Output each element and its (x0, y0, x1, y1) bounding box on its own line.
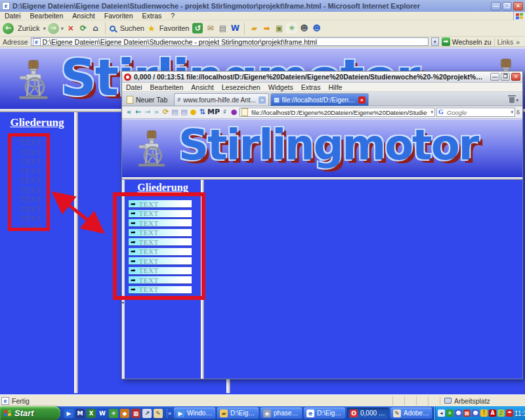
task-explorer-folder[interactable]: ▰ D:\Eigene D... (217, 408, 259, 419)
page-icon[interactable]: ▤ (171, 108, 179, 117)
splitter-arrow-icon[interactable]: ◂ (122, 300, 124, 305)
photoshop-icon[interactable]: ▦ (131, 409, 140, 418)
mail-icon[interactable]: ✉ (205, 23, 215, 33)
menu-item[interactable]: Widgets (264, 83, 297, 91)
fast-forward-icon[interactable]: » (152, 108, 161, 117)
address-dropdown-icon[interactable]: ▾ (430, 110, 433, 115)
back-icon[interactable]: ← (3, 23, 14, 34)
flower-icon[interactable]: ✳ (286, 23, 297, 33)
wig-icon[interactable]: ● (230, 108, 238, 117)
tab-close-icon[interactable]: × (358, 96, 366, 104)
show-desktop-icon[interactable]: ↗ (142, 409, 152, 418)
menu-item[interactable]: Extras (138, 12, 167, 20)
excel-icon[interactable]: X (87, 409, 96, 418)
status-pane (404, 396, 416, 406)
print-icon[interactable]: ▤ (217, 23, 228, 33)
hide-icons-chevron[interactable]: ◂ (438, 410, 445, 417)
windows-media-player-icon[interactable]: ▶ (64, 409, 74, 418)
forward-icon[interactable]: → (48, 23, 59, 34)
im2-icon[interactable]: ☻ (472, 410, 479, 417)
task-opera[interactable]: O 0,000 / 00:1... (347, 408, 388, 419)
notes-icon[interactable]: ♯ (220, 108, 229, 117)
minimize-button[interactable]: — (490, 73, 499, 81)
forward-icon[interactable]: → (143, 108, 152, 117)
security-shield-icon[interactable]: ! (480, 410, 488, 417)
task-photoshop[interactable]: ✎ Adobe Photo... (390, 408, 432, 419)
links-menu[interactable]: Links » (494, 38, 522, 46)
refresh-icon[interactable]: ⟳ (78, 23, 89, 33)
favorites-star-icon[interactable]: ★ (148, 24, 156, 33)
google-search-input[interactable] (446, 108, 509, 117)
maximize-button[interactable]: ❐ (501, 73, 510, 81)
rewind-icon[interactable]: « (125, 108, 133, 117)
pen-icon[interactable]: ✎ (154, 409, 163, 418)
back-icon[interactable]: ← (134, 108, 142, 117)
menu-item[interactable]: Ansicht (68, 12, 99, 20)
forward-dropdown-icon[interactable]: ▾ (61, 26, 64, 32)
antivir-icon[interactable]: ☂ (506, 410, 513, 417)
back-dropdown-icon[interactable]: ▾ (43, 26, 46, 32)
chat-bubble-icon[interactable]: ☻ (299, 23, 309, 33)
green-flower-icon[interactable]: ✳ (109, 409, 118, 418)
address-dropdown-icon[interactable]: ▾ (431, 37, 439, 46)
task-phase[interactable]: ◆ phase 5.3 (261, 408, 302, 419)
go-button[interactable]: ➡ Wechseln zu (442, 37, 492, 46)
taskbar: Start ▶MXW✳◆▦↗✎ » ▶ Windows Me... ▰ D:\E… (0, 406, 525, 420)
links-chevron-icon[interactable]: » (516, 38, 520, 46)
restore-button[interactable]: ❐ (502, 2, 512, 10)
word-edit-icon[interactable]: W (230, 23, 240, 33)
reload-icon[interactable]: ⟳ (161, 108, 170, 117)
page2-icon[interactable]: ▤ (180, 108, 188, 117)
back-label[interactable]: Zurück (18, 24, 40, 32)
tab-close-icon[interactable]: × (259, 96, 266, 104)
search-label[interactable]: Suchen (120, 24, 144, 32)
clover-icon[interactable]: ✳ (446, 410, 453, 417)
audio-icon[interactable]: ♪ (497, 410, 505, 417)
mp-icon[interactable]: MP (207, 108, 220, 117)
start-button[interactable]: Start (0, 406, 60, 420)
menu-item[interactable]: Ansicht (187, 83, 217, 91)
new-tab-button[interactable]: Neuer Tab (124, 94, 173, 106)
home-icon[interactable]: ⌂ (91, 23, 101, 33)
display-icon[interactable]: ▦ (463, 410, 471, 417)
messenger-icon[interactable]: ☻ (311, 23, 322, 33)
task-windows-media[interactable]: ▶ Windows Me... (174, 408, 215, 419)
folder-icon[interactable]: ▰ (249, 23, 259, 33)
tab-file-localhost[interactable]: ▤ file://localhost/D:/Eigene... × (270, 93, 369, 106)
opera-address-input[interactable] (250, 108, 429, 117)
search-icon[interactable] (110, 26, 116, 32)
forward-arrow-icon[interactable]: ➡ (261, 23, 272, 33)
ati-icon[interactable]: A (489, 410, 496, 417)
menu-item[interactable]: ? (166, 12, 179, 20)
search-dropdown-icon[interactable]: ▾ (511, 110, 513, 115)
menu-item[interactable]: Extras (297, 83, 325, 91)
menu-item[interactable]: Datei (0, 12, 26, 20)
app-box-icon[interactable]: ▣ (274, 23, 284, 33)
close-button[interactable]: × (511, 73, 520, 81)
menu-item[interactable]: Datei (122, 83, 146, 91)
history-icon[interactable]: ↺ (192, 23, 203, 33)
menu-item[interactable]: Bearbeiten (26, 12, 68, 20)
m-app-icon[interactable]: M (75, 409, 85, 418)
closed-tabs-trash-icon[interactable]: ▾ (507, 97, 520, 106)
opera-tab-bar: Neuer Tab # www.forum-hilfe.de Ant... × … (122, 92, 522, 106)
minimize-button[interactable]: — (491, 2, 501, 10)
close-button[interactable]: × (513, 2, 523, 10)
zoom-indicator[interactable]: 6 (516, 109, 520, 116)
address-input[interactable] (43, 38, 427, 46)
task-ie[interactable]: e D:\Eigene D... (304, 408, 345, 419)
opera-title-bar[interactable]: 0,000 / 00:13:51 file://localhost/D:/Eig… (122, 72, 522, 83)
tab-forum-hilfe[interactable]: # www.forum-hilfe.de Ant... × (174, 93, 269, 106)
menu-item[interactable]: Hilfe (324, 83, 346, 91)
sync-icon[interactable]: ⇅ (198, 108, 207, 117)
menu-item[interactable]: Lesezeichen (218, 83, 264, 91)
orange-app-icon[interactable]: ◆ (120, 409, 129, 418)
menu-item[interactable]: Favoriten (100, 12, 138, 20)
favorites-label[interactable]: Favoriten (159, 24, 190, 32)
ie-title-bar[interactable]: e D:\Eigene Dateien\Eigene Dateien\Studi… (0, 0, 525, 12)
menu-item[interactable]: Bearbeiten (146, 83, 188, 91)
word-icon[interactable]: W (98, 409, 107, 418)
im-icon[interactable]: ☻ (455, 410, 462, 417)
yellow-oval-icon[interactable]: ● (189, 108, 198, 117)
stop-icon[interactable]: × (66, 23, 76, 33)
